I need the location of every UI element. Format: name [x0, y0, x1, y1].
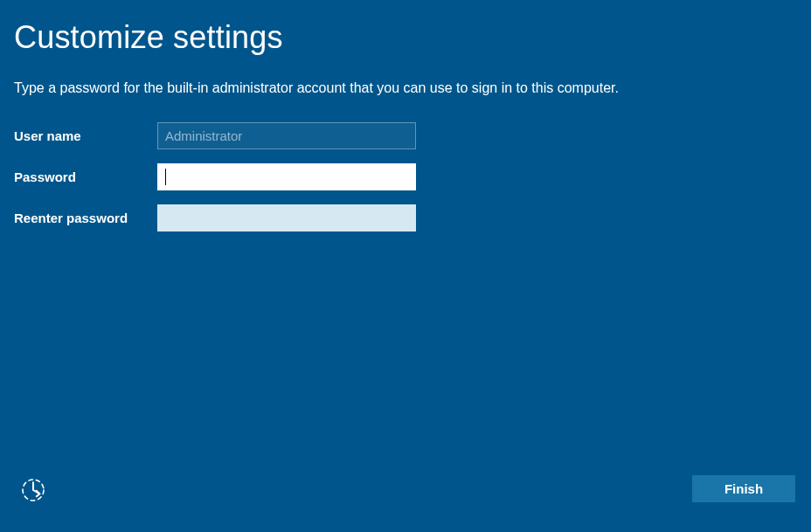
username-label: User name	[14, 128, 157, 143]
page-title: Customize settings	[0, 0, 811, 56]
ease-of-access-button[interactable]	[17, 474, 49, 506]
password-label: Password	[14, 169, 157, 184]
password-field[interactable]	[157, 163, 416, 190]
text-caret	[165, 169, 166, 185]
bottom-bar: Finish	[0, 471, 811, 506]
password-field-wrapper	[157, 163, 416, 190]
password-row: Password	[14, 163, 811, 190]
ease-of-access-icon	[18, 475, 48, 505]
username-field	[157, 122, 416, 149]
reenter-password-field[interactable]	[157, 204, 416, 231]
settings-form: User name Password Reenter password	[0, 96, 811, 231]
username-row: User name	[14, 122, 811, 149]
instruction-text: Type a password for the built-in adminis…	[0, 56, 811, 96]
reenter-password-row: Reenter password	[14, 204, 811, 231]
finish-button[interactable]: Finish	[692, 475, 795, 502]
reenter-password-label: Reenter password	[14, 211, 157, 225]
